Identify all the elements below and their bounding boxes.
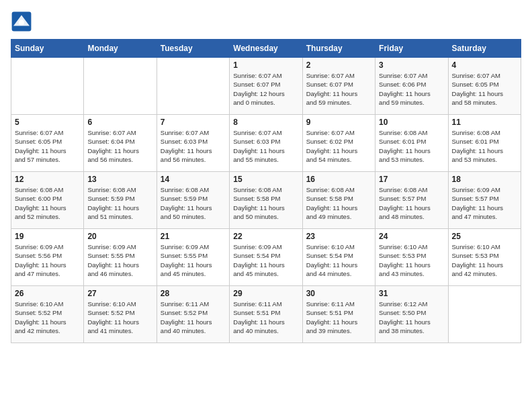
day-number: 8 [233, 118, 298, 127]
calendar-cell: 6Sunrise: 6:07 AM Sunset: 6:04 PM Daylig… [84, 115, 157, 172]
day-number: 16 [306, 175, 371, 184]
header-monday: Monday [84, 40, 157, 58]
calendar-cell [448, 286, 521, 343]
header-tuesday: Tuesday [157, 40, 229, 58]
day-number: 15 [233, 175, 298, 184]
calendar-week-row: 1Sunrise: 6:07 AM Sunset: 6:07 PM Daylig… [11, 58, 521, 115]
calendar-week-row: 19Sunrise: 6:09 AM Sunset: 5:56 PM Dayli… [11, 229, 521, 286]
day-info: Sunrise: 6:08 AM Sunset: 6:01 PM Dayligh… [452, 128, 517, 164]
day-number: 26 [15, 289, 80, 298]
calendar-cell: 16Sunrise: 6:08 AM Sunset: 5:58 PM Dayli… [302, 172, 375, 229]
header-saturday: Saturday [448, 40, 521, 58]
day-info: Sunrise: 6:09 AM Sunset: 5:55 PM Dayligh… [87, 242, 152, 278]
day-number: 21 [161, 232, 226, 241]
calendar-cell: 30Sunrise: 6:11 AM Sunset: 5:51 PM Dayli… [302, 286, 375, 343]
day-info: Sunrise: 6:08 AM Sunset: 5:59 PM Dayligh… [161, 185, 226, 221]
day-number: 19 [15, 232, 80, 241]
calendar-cell: 15Sunrise: 6:08 AM Sunset: 5:58 PM Dayli… [230, 172, 302, 229]
calendar-cell: 22Sunrise: 6:09 AM Sunset: 5:54 PM Dayli… [230, 229, 302, 286]
calendar-cell: 12Sunrise: 6:08 AM Sunset: 6:00 PM Dayli… [11, 172, 84, 229]
calendar-cell: 29Sunrise: 6:11 AM Sunset: 5:51 PM Dayli… [230, 286, 302, 343]
day-info: Sunrise: 6:08 AM Sunset: 5:59 PM Dayligh… [87, 185, 152, 221]
calendar-cell: 26Sunrise: 6:10 AM Sunset: 5:52 PM Dayli… [11, 286, 84, 343]
day-number: 28 [161, 289, 226, 298]
day-number: 11 [452, 118, 517, 127]
calendar-cell: 13Sunrise: 6:08 AM Sunset: 5:59 PM Dayli… [84, 172, 157, 229]
calendar-week-row: 5Sunrise: 6:07 AM Sunset: 6:05 PM Daylig… [11, 115, 521, 172]
calendar-cell: 24Sunrise: 6:10 AM Sunset: 5:53 PM Dayli… [375, 229, 448, 286]
day-number: 29 [233, 289, 298, 298]
day-info: Sunrise: 6:10 AM Sunset: 5:53 PM Dayligh… [452, 242, 517, 278]
calendar-cell: 27Sunrise: 6:10 AM Sunset: 5:52 PM Dayli… [84, 286, 157, 343]
day-info: Sunrise: 6:09 AM Sunset: 5:54 PM Dayligh… [233, 242, 298, 278]
day-info: Sunrise: 6:08 AM Sunset: 6:00 PM Dayligh… [15, 185, 80, 221]
calendar-cell [84, 58, 157, 115]
day-number: 17 [379, 175, 444, 184]
day-info: Sunrise: 6:07 AM Sunset: 6:03 PM Dayligh… [233, 128, 298, 164]
day-number: 20 [87, 232, 152, 241]
day-info: Sunrise: 6:08 AM Sunset: 6:01 PM Dayligh… [379, 128, 444, 164]
calendar-header-row: SundayMondayTuesdayWednesdayThursdayFrid… [11, 40, 521, 58]
calendar-table: SundayMondayTuesdayWednesdayThursdayFrid… [11, 39, 521, 343]
calendar-cell: 31Sunrise: 6:12 AM Sunset: 5:50 PM Dayli… [375, 286, 448, 343]
calendar-week-row: 26Sunrise: 6:10 AM Sunset: 5:52 PM Dayli… [11, 286, 521, 343]
calendar-cell: 18Sunrise: 6:09 AM Sunset: 5:57 PM Dayli… [448, 172, 521, 229]
day-info: Sunrise: 6:07 AM Sunset: 6:07 PM Dayligh… [306, 71, 371, 107]
day-number: 13 [87, 175, 152, 184]
day-number: 23 [306, 232, 371, 241]
day-info: Sunrise: 6:08 AM Sunset: 5:58 PM Dayligh… [233, 185, 298, 221]
calendar-cell: 10Sunrise: 6:08 AM Sunset: 6:01 PM Dayli… [375, 115, 448, 172]
calendar-cell: 5Sunrise: 6:07 AM Sunset: 6:05 PM Daylig… [11, 115, 84, 172]
logo [11, 11, 35, 32]
calendar-cell [157, 58, 229, 115]
day-info: Sunrise: 6:11 AM Sunset: 5:51 PM Dayligh… [306, 300, 371, 335]
header-wednesday: Wednesday [230, 40, 302, 58]
calendar-cell: 1Sunrise: 6:07 AM Sunset: 6:07 PM Daylig… [230, 58, 302, 115]
day-info: Sunrise: 6:09 AM Sunset: 5:57 PM Dayligh… [452, 185, 517, 221]
calendar-cell: 23Sunrise: 6:10 AM Sunset: 5:54 PM Dayli… [302, 229, 375, 286]
calendar-cell: 3Sunrise: 6:07 AM Sunset: 6:06 PM Daylig… [375, 58, 448, 115]
day-info: Sunrise: 6:07 AM Sunset: 6:02 PM Dayligh… [306, 128, 371, 164]
day-number: 2 [306, 60, 371, 70]
day-info: Sunrise: 6:11 AM Sunset: 5:52 PM Dayligh… [161, 300, 226, 335]
day-info: Sunrise: 6:12 AM Sunset: 5:50 PM Dayligh… [379, 300, 444, 335]
day-number: 30 [306, 289, 371, 298]
day-number: 22 [233, 232, 298, 241]
day-info: Sunrise: 6:07 AM Sunset: 6:03 PM Dayligh… [161, 128, 226, 164]
day-number: 12 [15, 175, 80, 184]
day-info: Sunrise: 6:10 AM Sunset: 5:54 PM Dayligh… [306, 242, 371, 278]
day-number: 6 [87, 118, 152, 127]
day-number: 14 [161, 175, 226, 184]
calendar-cell: 4Sunrise: 6:07 AM Sunset: 6:05 PM Daylig… [448, 58, 521, 115]
calendar-cell: 8Sunrise: 6:07 AM Sunset: 6:03 PM Daylig… [230, 115, 302, 172]
calendar-cell: 9Sunrise: 6:07 AM Sunset: 6:02 PM Daylig… [302, 115, 375, 172]
calendar-cell: 7Sunrise: 6:07 AM Sunset: 6:03 PM Daylig… [157, 115, 229, 172]
day-number: 27 [87, 289, 152, 298]
day-number: 9 [306, 118, 371, 127]
calendar-cell: 28Sunrise: 6:11 AM Sunset: 5:52 PM Dayli… [157, 286, 229, 343]
day-info: Sunrise: 6:09 AM Sunset: 5:56 PM Dayligh… [15, 242, 80, 278]
day-info: Sunrise: 6:07 AM Sunset: 6:05 PM Dayligh… [15, 128, 80, 164]
day-info: Sunrise: 6:10 AM Sunset: 5:52 PM Dayligh… [15, 300, 80, 335]
day-number: 7 [161, 118, 226, 127]
day-info: Sunrise: 6:07 AM Sunset: 6:06 PM Dayligh… [379, 71, 444, 107]
calendar-cell: 17Sunrise: 6:08 AM Sunset: 5:57 PM Dayli… [375, 172, 448, 229]
svg-point-2 [19, 20, 24, 26]
header-friday: Friday [375, 40, 448, 58]
header-sunday: Sunday [11, 40, 84, 58]
day-number: 4 [452, 60, 517, 70]
day-number: 1 [233, 60, 298, 70]
calendar-cell [11, 58, 84, 115]
day-info: Sunrise: 6:09 AM Sunset: 5:55 PM Dayligh… [161, 242, 226, 278]
header-thursday: Thursday [302, 40, 375, 58]
page-header [11, 11, 521, 32]
day-info: Sunrise: 6:11 AM Sunset: 5:51 PM Dayligh… [233, 300, 298, 335]
day-number: 24 [379, 232, 444, 241]
calendar-cell: 20Sunrise: 6:09 AM Sunset: 5:55 PM Dayli… [84, 229, 157, 286]
day-number: 5 [15, 118, 80, 127]
day-info: Sunrise: 6:07 AM Sunset: 6:04 PM Dayligh… [87, 128, 152, 164]
day-info: Sunrise: 6:10 AM Sunset: 5:53 PM Dayligh… [379, 242, 444, 278]
day-number: 3 [379, 60, 444, 70]
day-number: 10 [379, 118, 444, 127]
day-number: 31 [379, 289, 444, 298]
